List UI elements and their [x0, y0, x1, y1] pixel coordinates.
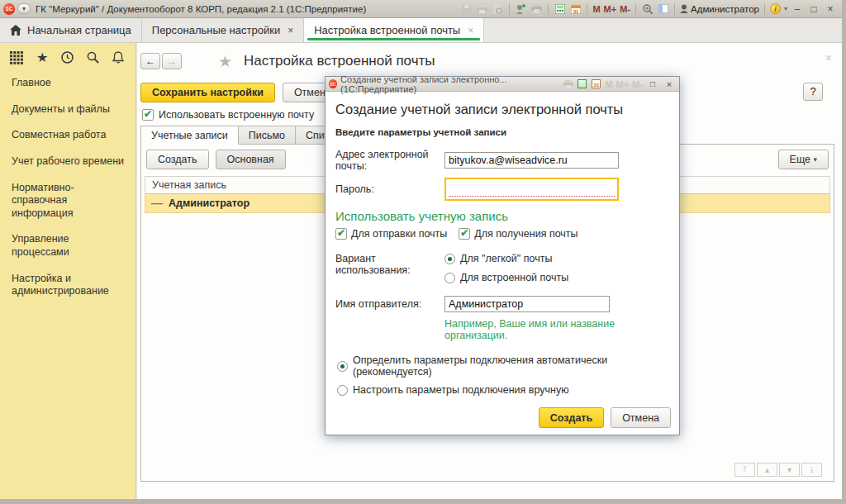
- save-settings-button[interactable]: Сохранить настройки: [140, 83, 275, 102]
- print-icon[interactable]: [563, 79, 573, 89]
- tab-close-icon[interactable]: ×: [288, 25, 293, 36]
- radio-selected-icon: [337, 361, 348, 372]
- titlebar-separator: [764, 3, 765, 15]
- checkbox-checked-icon: ✔: [142, 109, 154, 121]
- tab-close-icon[interactable]: ×: [468, 25, 473, 36]
- svg-text:31: 31: [573, 8, 579, 13]
- current-user[interactable]: Администратор: [680, 4, 759, 14]
- send-mail-checkbox[interactable]: ✔ Для отправки почты: [335, 228, 447, 240]
- tab-mail-settings[interactable]: Настройка встроенной почты ×: [304, 18, 484, 42]
- go-down-button[interactable]: ▼: [779, 463, 800, 477]
- history-clock-icon[interactable]: [61, 51, 74, 64]
- quick-print-icon[interactable]: [530, 3, 543, 15]
- usage-light-mail-radio[interactable]: Для "легкой" почты: [444, 253, 568, 264]
- more-button[interactable]: Еще ▾: [778, 150, 829, 169]
- user-icon: [680, 4, 688, 13]
- sidebar-item-timekeeping[interactable]: Учет рабочего времени: [0, 149, 135, 175]
- sidebar-item-administration[interactable]: Настройка и администрирование: [0, 266, 135, 305]
- home-icon: [10, 25, 21, 36]
- dialog-subtitle: Введите параметры учетной записи: [335, 127, 669, 137]
- window-titlebar: 1С ▾ ГК "Меркурий" / Документооборот 8 К…: [0, 0, 842, 18]
- save-icon[interactable]: [460, 3, 473, 15]
- calendar-icon[interactable]: 31: [591, 79, 601, 89]
- app-tab-bar: Начальная страница Персональные настройк…: [0, 18, 842, 43]
- set-main-account-button[interactable]: Основная: [216, 150, 286, 169]
- dialog-titlebar: 1С Создание учетной записи электронно...…: [326, 77, 679, 92]
- memory-minus-button[interactable]: M-: [620, 4, 630, 14]
- app-logo-icon: 1С: [329, 79, 337, 88]
- back-button[interactable]: ←: [140, 53, 160, 69]
- use-builtin-mail-checkbox[interactable]: ✔ Использовать встроенную почту: [142, 109, 314, 121]
- window-title: ГК "Меркурий" / Документооборот 8 КОРП, …: [36, 4, 366, 14]
- sections-grid-icon[interactable]: [10, 51, 23, 64]
- connection-manual-radio[interactable]: Настроить параметры подключения вручную: [337, 384, 669, 396]
- print-preview-icon[interactable]: [492, 3, 504, 15]
- sender-name-input[interactable]: [444, 296, 610, 312]
- dialog-close-button[interactable]: ×: [663, 79, 676, 89]
- radio-selected-icon: [444, 254, 455, 264]
- record-dash-icon: —: [151, 197, 163, 209]
- sidebar-item-reference-info[interactable]: Нормативно-справочная информация: [0, 175, 135, 227]
- checkbox-checked-icon: ✔: [335, 228, 347, 240]
- memory-recall-button: M: [605, 79, 612, 89]
- sidebar-item-main[interactable]: Главное: [0, 70, 135, 97]
- current-user-name: Администратор: [691, 4, 759, 14]
- minimize-button[interactable]: –: [791, 3, 804, 15]
- forward-button[interactable]: →: [162, 53, 182, 69]
- main-menu-button[interactable]: ▾: [17, 3, 31, 14]
- go-last-button[interactable]: ⤓: [801, 463, 822, 477]
- titlebar-separator: [509, 3, 510, 15]
- calendar-icon[interactable]: 31: [569, 3, 582, 15]
- close-button[interactable]: ×: [824, 3, 837, 15]
- memory-recall-button[interactable]: M: [592, 4, 600, 14]
- go-up-button[interactable]: ▲: [757, 463, 777, 477]
- page-title: Настройка встроенной почты: [244, 53, 435, 69]
- notifications-bell-icon[interactable]: [112, 51, 124, 64]
- sidebar-item-collaboration[interactable]: Совместная работа: [0, 122, 135, 149]
- sidebar: ★ Главное Документы и файлы Совместная р…: [0, 43, 136, 499]
- application-window: 1С ▾ ГК "Меркурий" / Документооборот 8 К…: [0, 0, 846, 504]
- memory-plus-button: M+: [616, 79, 630, 89]
- sidebar-item-documents[interactable]: Документы и файлы: [0, 97, 135, 123]
- email-label: Адрес электронной почты:: [335, 149, 444, 172]
- send-message-icon[interactable]: [515, 3, 527, 15]
- info-dropdown-icon[interactable]: ▾: [784, 5, 787, 12]
- search-icon[interactable]: [87, 51, 99, 64]
- receive-mail-checkbox[interactable]: ✔ Для получения почты: [459, 228, 577, 240]
- dialog-title: Создание учетной записи электронной почт…: [335, 102, 669, 117]
- dialog-maximize-button[interactable]: □: [646, 79, 659, 88]
- connection-auto-radio[interactable]: Определить параметры подключения автомат…: [337, 354, 669, 378]
- memory-plus-button[interactable]: M+: [604, 4, 617, 14]
- password-input[interactable]: [444, 178, 619, 201]
- radio-unselected-icon: [444, 273, 455, 283]
- create-account-button[interactable]: Создать: [146, 150, 209, 169]
- email-input[interactable]: [444, 152, 619, 169]
- use-account-header: Использовать учетную запись: [335, 209, 669, 223]
- usage-label: Вариант использования:: [335, 253, 444, 291]
- form-close-icon[interactable]: ×: [825, 51, 832, 64]
- info-icon[interactable]: i: [770, 3, 781, 14]
- subtab-letter[interactable]: Письмо: [239, 126, 296, 145]
- go-first-button[interactable]: ⤒: [734, 463, 755, 477]
- sender-name-label: Имя отправителя:: [335, 298, 444, 310]
- sidebar-item-process-management[interactable]: Управление процессами: [0, 226, 135, 265]
- zoom-icon[interactable]: [641, 3, 654, 15]
- calculator-icon[interactable]: [577, 79, 587, 89]
- calculator-icon[interactable]: [554, 3, 566, 15]
- titlebar-separator: [587, 3, 587, 15]
- favorite-star-icon[interactable]: ★: [218, 52, 232, 71]
- maximize-button[interactable]: □: [807, 3, 820, 15]
- print-icon[interactable]: [476, 3, 488, 15]
- help-button[interactable]: ?: [803, 83, 823, 101]
- tab-home[interactable]: Начальная страница: [0, 18, 142, 42]
- radio-unselected-icon: [337, 385, 348, 396]
- usage-builtin-mail-radio[interactable]: Для встроенной почты: [444, 272, 568, 283]
- subtab-accounts[interactable]: Учетные записи: [140, 126, 239, 145]
- checkbox-checked-icon: ✔: [459, 228, 470, 240]
- dialog-create-button[interactable]: Создать: [539, 407, 604, 428]
- required-marker: [449, 196, 615, 197]
- split-view-icon[interactable]: [657, 3, 669, 15]
- tab-personal-settings[interactable]: Персональные настройки ×: [142, 18, 304, 42]
- favorites-star-icon[interactable]: ★: [36, 50, 48, 65]
- dialog-cancel-button[interactable]: Отмена: [611, 407, 671, 428]
